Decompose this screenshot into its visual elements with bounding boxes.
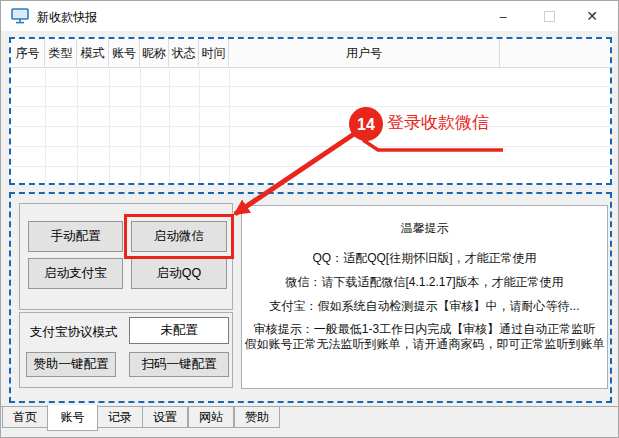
app-monitor-icon: [11, 8, 29, 24]
tab-records[interactable]: 记录: [97, 407, 143, 428]
col-header-account[interactable]: 账号: [109, 39, 140, 67]
tips-title: 温馨提示: [242, 220, 607, 237]
tab-settings[interactable]: 设置: [142, 407, 188, 428]
grid-line: [140, 67, 141, 183]
launch-groupbox: [19, 203, 233, 310]
protocol-mode-label: 支付宝协议模式: [30, 324, 118, 341]
app-window: 新收款快报 – ✕ 序号 类型 模式 账号 昵称 状态 时间 用户号: [0, 0, 619, 438]
manual-config-button[interactable]: 手动配置: [28, 221, 123, 252]
maximize-icon: [544, 11, 555, 22]
table-row: [11, 67, 610, 87]
start-qq-button[interactable]: 启动QQ: [131, 258, 227, 289]
tips-line-alipay: 支付宝：假如系统自动检测提示【审核】中，请耐心等待...: [242, 298, 607, 315]
col-header-type[interactable]: 类型: [45, 39, 77, 67]
col-header-userid[interactable]: 用户号: [229, 39, 500, 67]
col-header-status[interactable]: 状态: [169, 39, 199, 67]
tips-line-wechat: 微信：请下载适配微信[4.1.2.17]版本，才能正常使用: [242, 274, 607, 291]
close-button[interactable]: ✕: [575, 1, 609, 31]
col-header-filler: [500, 39, 610, 67]
tab-account[interactable]: 账号: [47, 405, 98, 431]
start-wechat-button[interactable]: 启动微信: [131, 221, 227, 252]
tab-home[interactable]: 首页: [2, 407, 48, 428]
tutorial-annotation-label: 登录收款微信: [387, 111, 489, 134]
col-header-mode[interactable]: 模式: [77, 39, 109, 67]
table-row: [11, 87, 610, 107]
grid-line: [169, 67, 170, 183]
maximize-button[interactable]: [532, 1, 566, 31]
col-header-nickname[interactable]: 昵称: [140, 39, 169, 67]
table-row: [11, 127, 610, 147]
table-header-row: 序号 类型 模式 账号 昵称 状态 时间 用户号: [11, 39, 610, 68]
col-header-index[interactable]: 序号: [11, 39, 45, 67]
accounts-table-frame: 序号 类型 模式 账号 昵称 状态 时间 用户号: [9, 37, 612, 185]
tab-website[interactable]: 网站: [188, 407, 234, 428]
tips-line-merchant: 假如账号正常无法监听到账单，请开通商家码，即可正常监听到账单: [242, 336, 607, 353]
grid-line: [109, 67, 110, 183]
protocol-status-box: 未配置: [129, 317, 229, 344]
scan-config-button[interactable]: 扫码一键配置: [129, 352, 229, 377]
title-bar: 新收款快报 – ✕: [1, 1, 618, 31]
table-body[interactable]: [11, 67, 610, 183]
table-row: [11, 107, 610, 127]
tips-panel: 温馨提示 QQ：适配QQ[往期怀旧版]，才能正常使用 微信：请下载适配微信[4.…: [241, 205, 608, 389]
table-row: [11, 167, 610, 187]
start-alipay-button[interactable]: 启动支付宝: [28, 258, 123, 289]
sponsor-config-button[interactable]: 赞助一键配置: [26, 352, 116, 377]
tips-line-qq: QQ：适配QQ[往期怀旧版]，才能正常使用: [242, 250, 607, 267]
grid-line: [45, 67, 46, 183]
col-header-time[interactable]: 时间: [199, 39, 229, 67]
table-row: [11, 147, 610, 167]
minimize-button[interactable]: –: [486, 1, 520, 31]
tab-sponsor[interactable]: 赞助: [234, 407, 280, 428]
bottom-tab-strip: 首页 账号 记录 设置 网站 赞助: [1, 406, 618, 432]
grid-line: [77, 67, 78, 183]
window-title: 新收款快报: [37, 9, 97, 26]
grid-line: [229, 67, 230, 183]
grid-line: [199, 67, 200, 183]
